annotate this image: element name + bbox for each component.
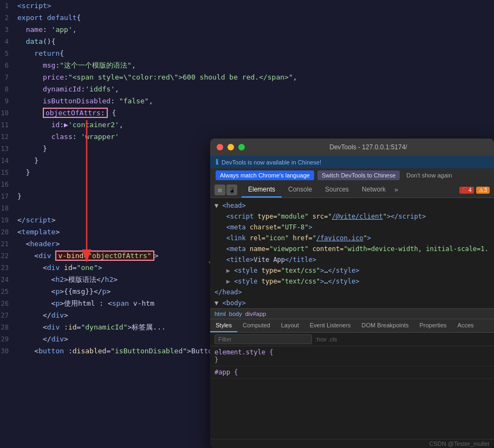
line-5: 5 return{ [0,48,494,60]
tree-head: ▼ <head> [210,200,494,211]
tree-script: <script type="module" src="/@vite/client… [210,211,494,222]
devtools-breadcrumb: html body div#app [210,308,494,319]
maximize-button[interactable] [238,144,245,150]
info-icon: ℹ [216,158,218,166]
tab-styles[interactable]: Styles [210,319,237,332]
minimize-button[interactable] [227,144,234,150]
line-4: 4 data(){ [0,36,494,48]
line-7: 7 price:"<span style=\"color:red\">600 s… [0,71,494,83]
devtools-panel: DevTools - 127.0.0.1:5174/ ℹ DevTools is… [210,139,494,448]
line-6: 6 msg:"这个一个模版的语法", [0,60,494,71]
tab-properties[interactable]: Properties [414,319,452,332]
tab-network[interactable]: Network [355,182,392,197]
match-language-button[interactable]: Always match Chrome's language [216,170,314,180]
bc-html[interactable]: html [214,311,226,317]
styles-panel: :hov .cls element.style { } #app { [210,333,494,439]
styles-filter-input[interactable] [214,334,312,344]
line-8: 8 dynamicId:'iddfs', [0,83,494,95]
device-toolbar-icon[interactable]: 📱 [226,185,237,195]
devtools-tabs: ⊡ 📱 Elements Console Sources Network » 🚫… [210,182,494,198]
inspector-tools: ⊡ 📱 [214,185,237,195]
tab-accessibility[interactable]: Acces [452,319,479,332]
bc-current[interactable]: div#app [245,311,266,317]
styles-app-rule: #app { [210,366,494,379]
styles-filter-hint: :hov .cls [315,336,337,342]
tree-head-close: </head> [210,287,494,298]
line-2: 2export default{ [0,12,494,24]
tree-link-icon: <link rel="icon" href="/favicon.ico"> [210,233,494,243]
html-tree[interactable]: ▼ <head> <script type="module" src="/@vi… [210,198,494,308]
dont-show-button[interactable]: Don't show again [403,170,455,180]
tree-body: ▼ <body> [210,298,494,308]
tab-sources[interactable]: Sources [318,182,355,197]
line-10: 10 objectOfAttrs: { [0,107,494,119]
devtools-titlebar: DevTools - 127.0.0.1:5174/ [210,139,494,156]
tab-elements[interactable]: Elements [242,182,282,197]
styles-element-rule: element.style { } [210,346,494,366]
tab-layout[interactable]: Layout [276,319,304,332]
devtools-infobar: ℹ DevTools is now available in Chinese! [210,156,494,168]
tab-console[interactable]: Console [282,182,318,197]
warning-badge: ⚠3 [476,187,490,194]
element-picker-icon[interactable]: ⊡ [214,185,225,195]
tab-more[interactable]: » [392,183,400,197]
tree-meta-viewport: <meta name="viewport" content="width=dev… [210,243,494,254]
tree-title: <title>Vite App</title> [210,254,494,265]
line-9: 9 isButtonDisabled: "false", [0,95,494,107]
devtools-bottom-tabs: Styles Computed Layout Event Listeners D… [210,319,494,333]
line-11: 11 id:▶'container2', [0,119,494,131]
footer-text: CSDN @Tester_muller [430,440,490,447]
tree-style1: ▶ <style type="text/css">…</style> [210,265,494,276]
bc-body[interactable]: body [229,311,242,317]
devtools-langbar: Always match Chrome's language Switch De… [210,168,494,182]
switch-chinese-button[interactable]: Switch DevTools to Chinese [317,170,400,180]
tab-computed[interactable]: Computed [237,319,276,332]
infobar-text: DevTools is now available in Chinese! [222,159,321,166]
error-badge: 🚫4 [459,187,474,194]
tree-style2: ▶ <style type="text/css">…</style> [210,276,494,287]
tab-badges: 🚫4 ⚠3 [459,187,490,194]
line-1: 1<script> [0,0,494,12]
tab-event-listeners[interactable]: Event Listeners [304,319,356,332]
line-3: 3 name: 'app', [0,24,494,36]
devtools-footer: CSDN @Tester_muller [210,439,494,448]
devtools-title: DevTools - 127.0.0.1:5174/ [249,143,487,151]
close-button[interactable] [217,144,223,150]
tab-dom-breakpoints[interactable]: DOM Breakpoints [356,319,414,332]
styles-filter-bar: :hov .cls [210,333,494,346]
tree-meta-charset: <meta charset="UTF-8"> [210,222,494,233]
